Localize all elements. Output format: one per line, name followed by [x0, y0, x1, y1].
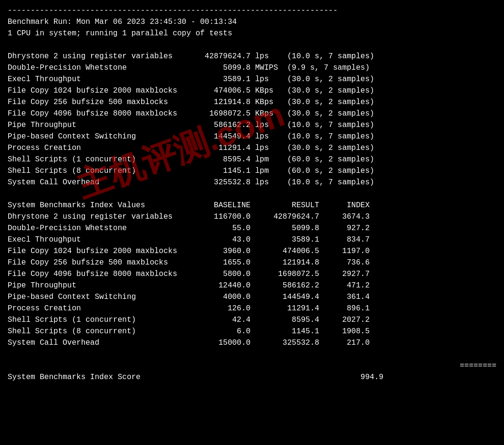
index-row: File Copy 1024 bufsize 2000 maxblocks 39…: [8, 245, 496, 257]
separator-top: ----------------------------------------…: [8, 5, 496, 16]
score-line: System Benchmarks Index Score 994.9: [8, 371, 496, 383]
index-row: Shell Scripts (8 concurrent) 6.0 1145.1 …: [8, 326, 496, 337]
result-row: Dhrystone 2 using register variables 428…: [8, 51, 496, 62]
result-row: Shell Scripts (8 concurrent) 1145.1 lpm …: [8, 165, 496, 177]
score-section: ========System Benchmarks Index Score 99…: [8, 360, 496, 383]
index-row: Process Creation 126.0 11291.4 896.1: [8, 303, 496, 314]
result-row: Shell Scripts (1 concurrent) 8595.4 lpm …: [8, 154, 496, 165]
index-row: Execl Throughput 43.0 3589.1 834.7: [8, 234, 496, 245]
index-row: File Copy 4096 bufsize 8000 maxblocks 58…: [8, 268, 496, 280]
result-row: File Copy 4096 bufsize 8000 maxblocks 16…: [8, 108, 496, 119]
index-row: System Call Overhead 15000.0 325532.8 21…: [8, 337, 496, 349]
result-row: File Copy 1024 bufsize 2000 maxblocks 47…: [8, 85, 496, 96]
result-row: Double-Precision Whetstone 5099.8 MWIPS …: [8, 62, 496, 74]
results-section: Dhrystone 2 using register variables 428…: [8, 51, 496, 188]
result-row: Pipe-based Context Switching 144549.4 lp…: [8, 131, 496, 142]
index-row: Pipe-based Context Switching 4000.0 1445…: [8, 291, 496, 303]
index-section: System Benchmarks Index Values BASELINE …: [8, 200, 496, 349]
index-row: Dhrystone 2 using register variables 116…: [8, 211, 496, 222]
result-row: Pipe Throughput 586162.2 lps (10.0 s, 7 …: [8, 119, 496, 131]
terminal-output: ----------------------------------------…: [8, 5, 496, 383]
index-header: System Benchmarks Index Values BASELINE …: [8, 200, 496, 211]
index-row: Double-Precision Whetstone 55.0 5099.8 9…: [8, 222, 496, 234]
index-row: File Copy 256 bufsize 500 maxblocks 1655…: [8, 257, 496, 268]
header-line1: Benchmark Run: Mon Mar 06 2023 23:45:30 …: [8, 16, 496, 28]
result-row: Execl Throughput 3589.1 lps (30.0 s, 2 s…: [8, 74, 496, 85]
result-row: Process Creation 11291.4 lps (30.0 s, 2 …: [8, 142, 496, 154]
index-row: Shell Scripts (1 concurrent) 42.4 8595.4…: [8, 314, 496, 326]
result-row: System Call Overhead 325532.8 lps (10.0 …: [8, 177, 496, 188]
header-line2: 1 CPU in system; running 1 parallel copy…: [8, 28, 496, 39]
result-row: File Copy 256 bufsize 500 maxblocks 1219…: [8, 96, 496, 108]
equals-line: ========: [8, 360, 496, 371]
index-row: Pipe Throughput 12440.0 586162.2 471.2: [8, 280, 496, 291]
